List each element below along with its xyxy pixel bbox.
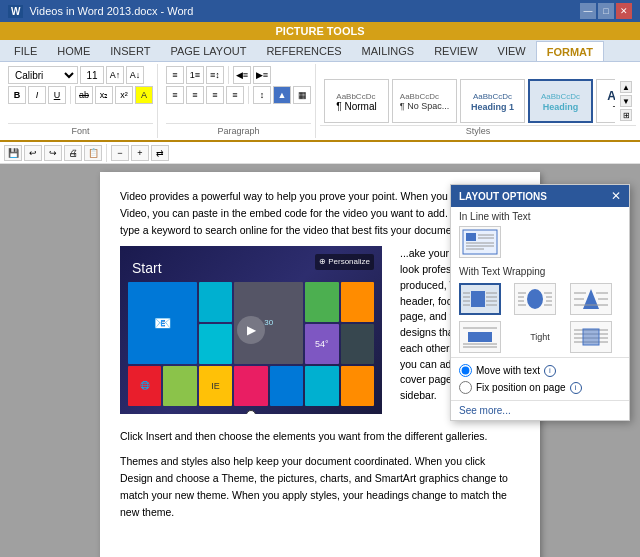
multilevel-button[interactable]: ≡↕	[206, 66, 224, 84]
tab-insert[interactable]: INSERT	[100, 41, 160, 61]
shading-button[interactable]: ▲	[273, 86, 291, 104]
style-nospace[interactable]: AaBbCcDc¶ No Spac...	[392, 79, 457, 123]
tight-wrap-icon	[517, 286, 553, 312]
doc-paragraph-2: Click Insert and then choose the element…	[120, 428, 520, 445]
maximize-button[interactable]: □	[598, 3, 614, 19]
title-bar: W Videos in Word 2013.docx - Word — □ ✕	[0, 0, 640, 22]
doc-paragraph-3: Themes and styles also help keep your do…	[120, 453, 520, 520]
font-shrink-button[interactable]: A↓	[126, 66, 144, 84]
video-resize-handle[interactable]	[246, 410, 256, 414]
fix-position-input[interactable]	[459, 381, 472, 394]
inline-icon	[462, 229, 498, 255]
font-size-input[interactable]	[80, 66, 104, 84]
align-right-button[interactable]: ≡	[206, 86, 224, 104]
align-center-button[interactable]: ≡	[186, 86, 204, 104]
align-left-button[interactable]: ≡	[166, 86, 184, 104]
font-grow-button[interactable]: A↑	[106, 66, 124, 84]
layout-square-option[interactable]	[459, 283, 501, 315]
tab-mailings[interactable]: MAILINGS	[352, 41, 425, 61]
tile-2	[199, 282, 232, 322]
styles-more[interactable]: ⊞	[620, 109, 632, 121]
video-embed[interactable]: Start ⊕ Personalize 📧 30 54° �	[120, 246, 382, 414]
styles-scroll-up[interactable]: ▲	[620, 81, 632, 93]
tab-format[interactable]: FORMAT	[536, 41, 604, 61]
navigation-btn[interactable]: ⇄	[151, 145, 169, 161]
personalize-bar: ⊕ Personalize	[315, 254, 374, 270]
layout-options-close[interactable]: ✕	[611, 189, 621, 203]
style-heading1[interactable]: AaBbCcDcHeading 1	[460, 79, 525, 123]
font-section: Calibri A↑ A↓ B I U ab x₂ x² A Font	[4, 64, 158, 138]
move-with-text-label: Move with text	[476, 365, 540, 376]
tab-file[interactable]: FILE	[4, 41, 47, 61]
layout-behind-option[interactable]	[570, 321, 612, 353]
square-wrap-icon	[462, 286, 498, 312]
layout-inline-option[interactable]	[459, 226, 501, 258]
underline-button[interactable]: U	[48, 86, 66, 104]
behind-wrap-icon	[573, 324, 609, 350]
svg-marker-25	[583, 289, 599, 309]
inline-section-title: In Line with Text	[451, 207, 629, 224]
font-name-select[interactable]: Calibri	[8, 66, 78, 84]
tile-10	[163, 366, 196, 406]
close-button[interactable]: ✕	[616, 3, 632, 19]
quick-undo-btn[interactable]: ↩	[24, 145, 42, 161]
wrapping-section-title: With Text Wrapping	[451, 262, 629, 279]
bullets-button[interactable]: ≡	[166, 66, 184, 84]
move-with-text-input[interactable]	[459, 364, 472, 377]
video-play-button[interactable]: ▶	[237, 316, 265, 344]
style-heading2[interactable]: AaBbCcDcHeading	[528, 79, 593, 123]
strikethrough-button[interactable]: ab	[75, 86, 93, 104]
quick-toolbar: 💾 ↩ ↪ 🖨 📋 − + ⇄	[0, 142, 640, 164]
borders-button[interactable]: ▦	[293, 86, 311, 104]
decrease-indent-button[interactable]: ◀≡	[233, 66, 251, 84]
fix-position-radio[interactable]: Fix position on page i	[459, 379, 621, 396]
topbottom-wrap-icon	[462, 324, 498, 350]
tab-view[interactable]: VIEW	[488, 41, 536, 61]
superscript-button[interactable]: x²	[115, 86, 133, 104]
style-title[interactable]: AaBlTitle	[596, 79, 615, 123]
subscript-button[interactable]: x₂	[95, 86, 113, 104]
layout-radio-section: Move with text i Fix position on page i	[451, 357, 629, 400]
tile-9: 🌐	[128, 366, 161, 406]
document-area: Video provides a powerful way to help yo…	[0, 164, 640, 557]
move-with-text-info[interactable]: i	[544, 365, 556, 377]
quick-print-btn[interactable]: 🖨	[64, 145, 82, 161]
tab-review[interactable]: REVIEW	[424, 41, 487, 61]
tile-6	[199, 324, 232, 364]
tile-7: 54°	[305, 324, 338, 364]
zoom-out-btn[interactable]: −	[111, 145, 129, 161]
styles-scroll-down[interactable]: ▼	[620, 95, 632, 107]
tab-pagelayout[interactable]: PAGE LAYOUT	[160, 41, 256, 61]
quick-save-btn[interactable]: 💾	[4, 145, 22, 161]
bold-button[interactable]: B	[8, 86, 26, 104]
justify-button[interactable]: ≡	[226, 86, 244, 104]
increase-indent-button[interactable]: ▶≡	[253, 66, 271, 84]
svg-rect-7	[471, 291, 485, 307]
quick-clipboard-btn[interactable]: 📋	[84, 145, 102, 161]
tab-references[interactable]: REFERENCES	[256, 41, 351, 61]
highlight-button[interactable]: A	[135, 86, 153, 104]
heading2-label: Heading	[543, 102, 579, 112]
title-bar-controls: — □ ✕	[580, 3, 632, 19]
tab-home[interactable]: HOME	[47, 41, 100, 61]
tile-12	[234, 366, 267, 406]
tile-14	[305, 366, 338, 406]
layout-topbottom-option[interactable]	[459, 321, 501, 353]
styles-section-label: Styles	[320, 125, 636, 136]
fix-position-info[interactable]: i	[570, 382, 582, 394]
quick-redo-btn[interactable]: ↪	[44, 145, 62, 161]
italic-button[interactable]: I	[28, 86, 46, 104]
numbering-button[interactable]: 1≡	[186, 66, 204, 84]
paragraph-section-label: Paragraph	[166, 123, 311, 136]
line-spacing-button[interactable]: ↕	[253, 86, 271, 104]
tile-15	[341, 366, 374, 406]
picture-tools-bar: PICTURE TOOLS	[0, 22, 640, 40]
layout-through-option[interactable]	[570, 283, 612, 315]
zoom-in-btn[interactable]: +	[131, 145, 149, 161]
see-more-link[interactable]: See more...	[451, 400, 629, 420]
layout-options-title: LAYOUT OPTIONS	[459, 191, 547, 202]
move-with-text-radio[interactable]: Move with text i	[459, 362, 621, 379]
minimize-button[interactable]: —	[580, 3, 596, 19]
layout-tight-option[interactable]	[514, 283, 556, 315]
style-normal[interactable]: AaBbCcDc¶ Normal	[324, 79, 389, 123]
